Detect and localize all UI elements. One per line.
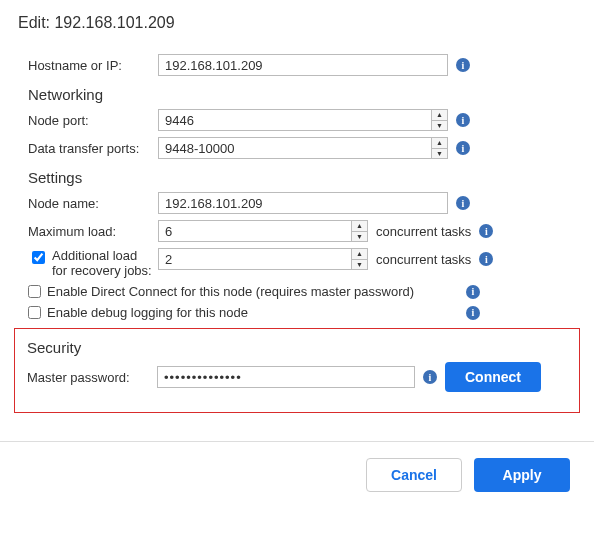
node-port-label: Node port: bbox=[28, 113, 158, 128]
connect-button[interactable]: Connect bbox=[445, 362, 541, 392]
additional-load-suffix: concurrent tasks bbox=[376, 252, 471, 267]
node-name-input[interactable] bbox=[158, 192, 448, 214]
additional-load-input[interactable] bbox=[158, 248, 352, 270]
cancel-button[interactable]: Cancel bbox=[366, 458, 462, 492]
hostname-label: Hostname or IP: bbox=[28, 58, 158, 73]
node-port-spinner[interactable]: ▲ ▼ bbox=[432, 109, 448, 131]
chevron-up-icon[interactable]: ▲ bbox=[352, 221, 367, 232]
chevron-down-icon[interactable]: ▼ bbox=[432, 149, 447, 159]
chevron-down-icon[interactable]: ▼ bbox=[352, 260, 367, 270]
security-section: Security Master password: i Connect bbox=[14, 328, 580, 413]
info-icon[interactable]: i bbox=[456, 58, 470, 72]
info-icon[interactable]: i bbox=[479, 252, 493, 266]
node-name-label: Node name: bbox=[28, 196, 158, 211]
hostname-input[interactable] bbox=[158, 54, 448, 76]
networking-heading: Networking bbox=[28, 86, 576, 103]
edit-node-dialog: Edit: 192.168.101.209 Hostname or IP: i … bbox=[0, 0, 594, 413]
security-heading: Security bbox=[27, 339, 567, 356]
chevron-up-icon[interactable]: ▲ bbox=[352, 249, 367, 260]
dialog-title: Edit: 192.168.101.209 bbox=[18, 14, 576, 32]
debug-logging-checkbox[interactable] bbox=[28, 306, 41, 319]
data-transfer-ports-spinner[interactable]: ▲ ▼ bbox=[432, 137, 448, 159]
info-icon[interactable]: i bbox=[466, 285, 480, 299]
master-password-input[interactable] bbox=[157, 366, 415, 388]
info-icon[interactable]: i bbox=[456, 113, 470, 127]
debug-logging-label: Enable debug logging for this node bbox=[47, 305, 248, 320]
maximum-load-spinner[interactable]: ▲ ▼ bbox=[352, 220, 368, 242]
direct-connect-label: Enable Direct Connect for this node (req… bbox=[47, 284, 414, 299]
data-transfer-ports-label: Data transfer ports: bbox=[28, 141, 158, 156]
additional-load-checkbox[interactable] bbox=[32, 251, 45, 264]
info-icon[interactable]: i bbox=[456, 196, 470, 210]
node-port-input[interactable] bbox=[158, 109, 432, 131]
dialog-title-value: 192.168.101.209 bbox=[54, 14, 174, 31]
info-icon[interactable]: i bbox=[466, 306, 480, 320]
settings-heading: Settings bbox=[28, 169, 576, 186]
chevron-up-icon[interactable]: ▲ bbox=[432, 110, 447, 121]
direct-connect-checkbox[interactable] bbox=[28, 285, 41, 298]
dialog-footer: Cancel Apply bbox=[0, 442, 594, 504]
maximum-load-label: Maximum load: bbox=[28, 224, 158, 239]
maximum-load-suffix: concurrent tasks bbox=[376, 224, 471, 239]
apply-button[interactable]: Apply bbox=[474, 458, 570, 492]
info-icon[interactable]: i bbox=[456, 141, 470, 155]
data-transfer-ports-input[interactable] bbox=[158, 137, 432, 159]
additional-load-label: Additional load for recovery jobs: bbox=[52, 248, 152, 278]
chevron-down-icon[interactable]: ▼ bbox=[432, 121, 447, 131]
info-icon[interactable]: i bbox=[479, 224, 493, 238]
master-password-label: Master password: bbox=[27, 370, 157, 385]
additional-load-spinner[interactable]: ▲ ▼ bbox=[352, 248, 368, 270]
chevron-down-icon[interactable]: ▼ bbox=[352, 232, 367, 242]
maximum-load-input[interactable] bbox=[158, 220, 352, 242]
info-icon[interactable]: i bbox=[423, 370, 437, 384]
dialog-title-prefix: Edit: bbox=[18, 14, 54, 31]
chevron-up-icon[interactable]: ▲ bbox=[432, 138, 447, 149]
